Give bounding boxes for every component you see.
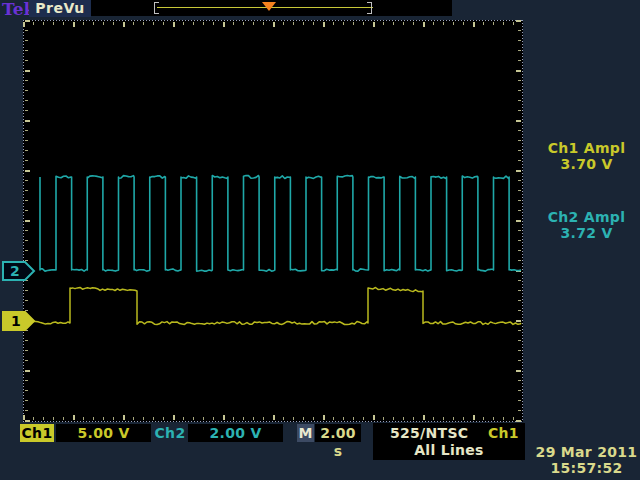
timebase-badge: M [297, 424, 314, 442]
measurement-value: 3.72 V [533, 225, 640, 241]
ch1-badge: Ch1 [20, 424, 54, 442]
measurement-value: 3.70 V [533, 156, 640, 172]
ch2-scale-readout: 2.00 V [188, 424, 283, 442]
graticule [23, 20, 523, 422]
record-window-right-bracket-icon [367, 2, 372, 14]
timebase-readout: 2.00 s [315, 424, 361, 442]
channel-2-position-marker: 2 [2, 261, 36, 281]
measurement-label: Ch2 Ampl [533, 209, 640, 225]
trigger-standard: 525/NTSC [390, 424, 468, 442]
ch1-scale-readout: 5.00 V [56, 424, 151, 442]
ch2-badge: Ch2 [153, 424, 187, 442]
channel-1-position-marker: 1 [2, 311, 36, 331]
acquisition-preview-bar [91, 0, 452, 16]
acquisition-status-badge: PreVu [29, 0, 91, 17]
measurement-label: Ch1 Ampl [533, 140, 640, 156]
waveform-ch2 [40, 176, 521, 272]
time-text: 15:57:52 [533, 460, 640, 476]
svg-text:1: 1 [11, 313, 21, 329]
trigger-mode: All Lines [373, 442, 525, 459]
measurement-ch1-amplitude: Ch1 Ampl 3.70 V [533, 140, 640, 172]
oscilloscope-screen: Tek PreVu 2 1 Ch1 Ampl 3.7 [0, 0, 640, 480]
svg-text:2: 2 [10, 263, 20, 279]
measurement-ch2-amplitude: Ch2 Ampl 3.72 V [533, 209, 640, 241]
record-window-left-bracket-icon [154, 2, 159, 14]
trigger-readout-box: 525/NTSC Ch1 All Lines [373, 423, 525, 460]
trigger-source: Ch1 [488, 424, 519, 442]
date-text: 29 Mar 2011 [533, 444, 640, 460]
datetime-readout: 29 Mar 2011 15:57:52 [533, 444, 640, 476]
waveform-ch1 [23, 287, 521, 324]
trigger-position-bar-icon [262, 2, 276, 11]
